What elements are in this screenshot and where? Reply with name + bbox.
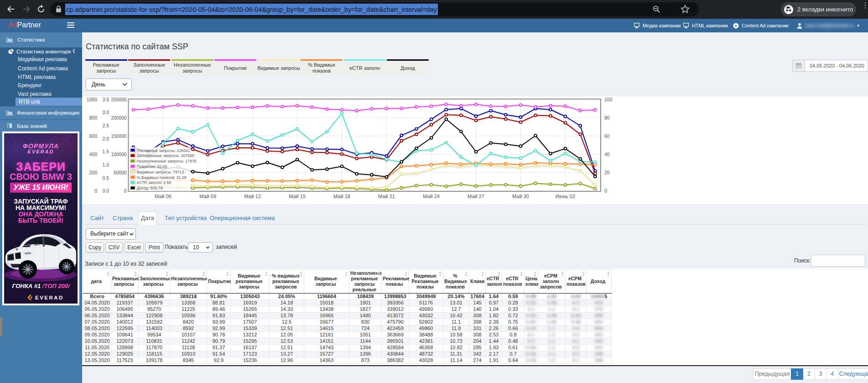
svg-text:0: 0: [94, 188, 97, 194]
svg-text:0: 0: [604, 188, 607, 194]
svg-text:Заполненные запросы: 207665: Заполненные запросы: 207665: [137, 153, 194, 158]
svg-text:Май 18: Май 18: [333, 194, 350, 199]
svg-text:Май 24: Май 24: [423, 194, 440, 199]
svg-text:0.0: 0.0: [102, 188, 109, 194]
svg-text:Июнь 02: Июнь 02: [556, 194, 575, 199]
svg-text:600: 600: [89, 133, 97, 139]
svg-text:Незаполненные запросы: 17976: Незаполненные запросы: 17976: [137, 159, 197, 163]
svg-text:400: 400: [89, 152, 97, 157]
svg-text:Видимые запросы: 79713: Видимые запросы: 79713: [137, 170, 184, 174]
svg-text:Рекламные запросы: 225641: Рекламные запросы: 225641: [137, 148, 190, 153]
svg-text:20: 20: [604, 170, 610, 175]
svg-text:80: 80: [604, 115, 610, 121]
svg-text:Май 21: Май 21: [378, 194, 395, 199]
svg-text:Май 30: Май 30: [512, 194, 529, 199]
svg-text:Май 06: Май 06: [155, 194, 172, 199]
svg-text:200000: 200000: [111, 115, 127, 121]
svg-text:Май 15: Май 15: [289, 194, 306, 199]
svg-text:1.5: 1.5: [102, 149, 109, 154]
svg-text:2.5: 2.5: [102, 123, 109, 128]
svg-text:eCTR заполн: 1.56: eCTR заполн: 1.56: [137, 180, 172, 185]
svg-text:0.5: 0.5: [102, 175, 109, 181]
svg-text:% Видимых показов: 31.28: % Видимых показов: 31.28: [137, 175, 187, 180]
svg-text:1.0: 1.0: [102, 162, 109, 168]
svg-text:40: 40: [604, 152, 610, 157]
svg-text:800: 800: [89, 115, 97, 121]
svg-text:60: 60: [604, 133, 610, 139]
svg-text:Май 09: Май 09: [199, 194, 216, 199]
svg-text:2.0: 2.0: [102, 136, 109, 142]
svg-text:100: 100: [604, 97, 613, 102]
svg-text:1000: 1000: [87, 97, 98, 102]
svg-text:100000: 100000: [111, 152, 127, 157]
svg-text:Май 12: Май 12: [244, 194, 261, 199]
svg-text:3.5: 3.5: [102, 97, 109, 102]
svg-text:Май 27: Май 27: [468, 194, 484, 199]
svg-text:150000: 150000: [111, 134, 127, 139]
svg-text:3.0: 3.0: [102, 110, 109, 115]
svg-text:Доход: 606.79: Доход: 606.79: [137, 186, 163, 190]
svg-text:200: 200: [89, 170, 97, 175]
svg-text:250000: 250000: [111, 97, 127, 102]
svg-text:0: 0: [124, 189, 127, 194]
svg-text:50000: 50000: [114, 170, 127, 175]
svg-text:Покрытие: 92.03: Покрытие: 92.03: [137, 164, 167, 169]
